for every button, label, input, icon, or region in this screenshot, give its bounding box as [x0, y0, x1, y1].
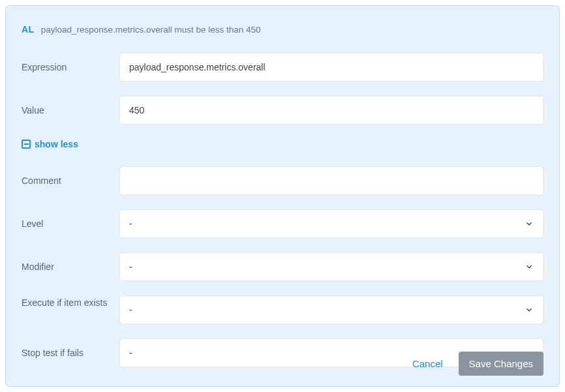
- show-less-toggle[interactable]: show less: [22, 139, 543, 149]
- execute-if-value: -: [129, 305, 525, 315]
- cancel-button[interactable]: Cancel: [408, 353, 447, 374]
- label-modifier: Modifier: [22, 262, 119, 272]
- label-stop-if: Stop test if fails: [22, 348, 119, 358]
- panel-header: AL payload_response.metrics.overall must…: [22, 24, 543, 35]
- header-description: payload_response.metrics.overall must be…: [41, 25, 261, 35]
- expression-field-wrap: [119, 53, 543, 82]
- label-level: Level: [22, 219, 119, 229]
- value-field-wrap: [119, 96, 543, 125]
- row-modifier: Modifier -: [22, 252, 543, 281]
- show-less-label: show less: [35, 139, 78, 149]
- label-expression: Expression: [22, 62, 119, 72]
- execute-if-select[interactable]: -: [119, 295, 543, 324]
- row-comment: Comment: [22, 166, 543, 195]
- chevron-down-icon: [525, 219, 534, 228]
- label-execute-if: Execute if item exists: [22, 295, 119, 310]
- label-comment: Comment: [22, 175, 119, 186]
- row-level: Level -: [22, 209, 543, 238]
- modifier-select[interactable]: -: [119, 252, 543, 281]
- assertion-panel: AL payload_response.metrics.overall must…: [5, 5, 560, 387]
- chevron-down-icon: [525, 305, 534, 314]
- level-value: -: [129, 219, 525, 229]
- comment-input[interactable]: [129, 167, 534, 194]
- modifier-value: -: [129, 262, 525, 272]
- footer-actions: Cancel Save Changes: [408, 352, 543, 376]
- chevron-down-icon: [525, 262, 534, 271]
- al-badge: AL: [22, 24, 35, 35]
- save-button[interactable]: Save Changes: [459, 352, 543, 376]
- level-select[interactable]: -: [119, 209, 543, 238]
- collapse-icon: [22, 140, 31, 149]
- expression-input[interactable]: [129, 53, 534, 81]
- comment-field-wrap: [119, 166, 543, 195]
- value-input[interactable]: [129, 97, 534, 124]
- row-expression: Expression: [22, 53, 543, 82]
- row-value: Value: [22, 96, 543, 125]
- label-value: Value: [22, 105, 119, 115]
- row-execute-if: Execute if item exists -: [22, 295, 543, 324]
